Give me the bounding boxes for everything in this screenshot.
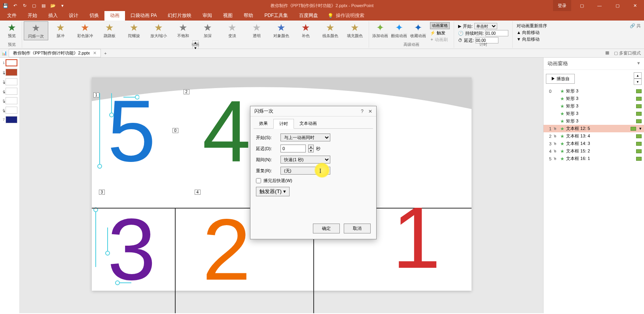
tab-design[interactable]: 设计 <box>63 11 84 21</box>
anim-脉冲[interactable]: ★脉冲 <box>48 21 73 39</box>
ribbon-options-icon[interactable]: ▢ <box>573 0 591 11</box>
save-icon[interactable]: 💾 <box>2 2 9 9</box>
number-2[interactable]: 2 <box>203 200 251 300</box>
anim-变淡[interactable]: ★变淡 <box>220 21 244 39</box>
dialog-duration-select[interactable]: 快速(1 秒) <box>280 156 330 164</box>
tab-help[interactable]: 帮助 <box>238 11 259 21</box>
anim-list-item[interactable]: 4🖱★文本框 15: 2 <box>544 147 644 155</box>
dialog-repeat-select[interactable]: (无) <box>280 167 330 175</box>
anim-list-item[interactable]: ★矩形 3 <box>544 110 644 117</box>
tab-pdf[interactable]: PDF工具集 <box>259 11 294 21</box>
anim-填充颜色[interactable]: ★填充颜色 <box>343 21 367 39</box>
maximize-icon[interactable]: ▢ <box>608 0 626 11</box>
anim-tag-2[interactable]: 2 <box>184 89 190 94</box>
thumb-3[interactable]: ★ <box>6 78 17 85</box>
animation-painter-button[interactable]: ✦ 动画刷 <box>430 37 450 43</box>
anim-list-item[interactable]: 2🖱★文本框 13: 4 <box>544 132 644 140</box>
number-1[interactable]: 1 <box>392 188 441 288</box>
anim-tag-4[interactable]: 4 <box>195 190 201 195</box>
move-forward-button[interactable]: ▲ 向前移动 <box>517 30 547 36</box>
tab-baidu[interactable]: 百度网盘 <box>294 11 324 21</box>
new-doc-tab[interactable]: + <box>101 50 110 56</box>
anim-不饱和[interactable]: ★不饱和 <box>171 21 195 39</box>
tab-pocket-anim[interactable]: 口袋动画 PA <box>125 11 162 21</box>
tab-insert[interactable]: 插入 <box>43 11 63 21</box>
start-select[interactable]: 单击时 <box>474 23 497 29</box>
anim-list-item[interactable]: ★矩形 3 <box>544 102 644 110</box>
tab-animation[interactable]: 动画 <box>104 11 125 21</box>
dialog-close-icon[interactable]: ✕ <box>368 109 372 114</box>
anim-list-item[interactable]: 5🖱★文本框 16: 1 <box>544 155 644 162</box>
trigger-button[interactable]: ⚡ 触发 <box>430 30 450 36</box>
preview-button[interactable]: ★ 预览 <box>2 21 21 39</box>
anim-线条颜色[interactable]: ★线条颜色 <box>318 21 343 39</box>
thumb-2[interactable]: ★ <box>6 69 17 76</box>
thumb-6[interactable]: ★ <box>6 107 17 114</box>
dialog-tab-effect[interactable]: 效果 <box>254 119 273 128</box>
thumb-5[interactable]: ★ <box>6 97 17 104</box>
anim-list-item[interactable]: ★矩形 3 <box>544 95 644 102</box>
open-icon[interactable]: 📂 <box>50 2 56 9</box>
tab-review[interactable]: 审阅 <box>197 11 218 21</box>
number-5[interactable]: 5 <box>108 81 156 181</box>
close-icon[interactable]: ✕ <box>626 0 644 11</box>
tab-file[interactable]: 文件 <box>2 11 22 21</box>
anim-加深[interactable]: ★加深 <box>195 21 220 39</box>
redo-icon[interactable]: ↻ <box>21 2 28 9</box>
dialog-delay-input[interactable] <box>280 145 306 152</box>
duration-input[interactable] <box>485 30 508 36</box>
dialog-help-icon[interactable]: ? <box>361 109 364 114</box>
move-up-button[interactable]: ▲ <box>634 72 642 79</box>
anim-闪烁一次[interactable]: ★闪烁一次 <box>24 21 48 40</box>
dialog-rewind-checkbox[interactable] <box>256 178 261 183</box>
undo-icon[interactable]: ↶ <box>12 2 18 9</box>
move-back-button[interactable]: ▼ 向后移动 <box>517 36 547 42</box>
anim-对象颜色[interactable]: ★对象颜色 <box>269 21 294 39</box>
dialog-ok-button[interactable]: 确定 <box>313 224 340 233</box>
anim-list-item[interactable]: ★矩形 3 <box>544 117 644 125</box>
anim-跷跷板[interactable]: ★跷跷板 <box>97 21 122 39</box>
anim-list-item[interactable]: 0★矩形 3 <box>544 87 644 95</box>
share-button[interactable]: 🔗 共 <box>628 21 642 48</box>
number-4[interactable]: 4 <box>203 81 251 181</box>
dialog-tab-timing[interactable]: 计时 <box>273 119 294 129</box>
animation-pane-toggle[interactable]: 动画窗格 <box>430 22 450 29</box>
document-tab[interactable]: 教你制作《PPT制作倒计时功能》2.pptx ✕ <box>9 49 101 57</box>
multi-window-button[interactable]: ▢ 多窗口模式 <box>614 50 641 56</box>
tell-me-search[interactable]: 💡 操作说明搜索 <box>324 11 368 21</box>
dialog-cancel-button[interactable]: 取消 <box>344 224 371 233</box>
anim-放大/缩小[interactable]: ★放大/缩小 <box>146 21 171 39</box>
anim-tag-1[interactable]: 1 <box>93 92 100 98</box>
spinner-down[interactable]: ▼ <box>308 149 314 152</box>
anim-tag-3[interactable]: 3 <box>99 190 105 195</box>
cool-animation-button[interactable]: ✦ 酷炫动画 <box>390 21 409 39</box>
tab-slideshow[interactable]: 幻灯片放映 <box>162 11 197 21</box>
tab-home[interactable]: 开始 <box>22 11 43 21</box>
qat-dropdown-icon[interactable]: ▾ <box>59 2 66 9</box>
tab-view[interactable]: 视图 <box>218 11 238 21</box>
thumb-4[interactable]: ★ <box>6 88 17 95</box>
login-button[interactable]: 登录 <box>553 0 571 11</box>
anim-tag-0[interactable]: 0 <box>172 128 179 133</box>
anim-list-item[interactable]: 1🖱★文本框 12: 5▾ <box>544 125 644 132</box>
tile-icon[interactable]: ▦ <box>605 50 609 56</box>
add-animation-button[interactable]: ✦ 添加动画 <box>371 21 390 39</box>
new-slide-icon[interactable]: ▤ <box>40 2 47 9</box>
anim-pane-menu-icon[interactable]: ▾ <box>637 60 640 67</box>
anim-list-item[interactable]: 3🖱★文本框 14: 3 <box>544 140 644 147</box>
tab-transition[interactable]: 切换 <box>84 11 104 21</box>
spinner-up[interactable]: ▲ <box>308 145 314 149</box>
play-from-button[interactable]: ▶ 播放自 <box>546 74 575 84</box>
dialog-trigger-button[interactable]: 触发器(T) ▾ <box>256 187 290 196</box>
number-3[interactable]: 3 <box>108 200 156 300</box>
doc-close-icon[interactable]: ✕ <box>93 51 97 56</box>
start-slideshow-icon[interactable]: ▢ <box>31 2 37 9</box>
move-down-button[interactable]: ▼ <box>634 79 642 85</box>
animation-gallery[interactable]: ★闪烁一次★脉冲★彩色脉冲★跷跷板★陀螺旋★放大/缩小★不饱和★加深★变淡★透明… <box>24 21 367 40</box>
thumb-7[interactable] <box>6 116 17 123</box>
minimize-icon[interactable]: — <box>591 0 608 11</box>
anim-彩色脉冲[interactable]: ★彩色脉冲 <box>73 21 97 39</box>
thumb-1[interactable] <box>6 59 17 66</box>
favorite-animation-button[interactable]: ✦ 收藏动画 <box>409 21 428 39</box>
anim-陀螺旋[interactable]: ★陀螺旋 <box>122 21 146 39</box>
